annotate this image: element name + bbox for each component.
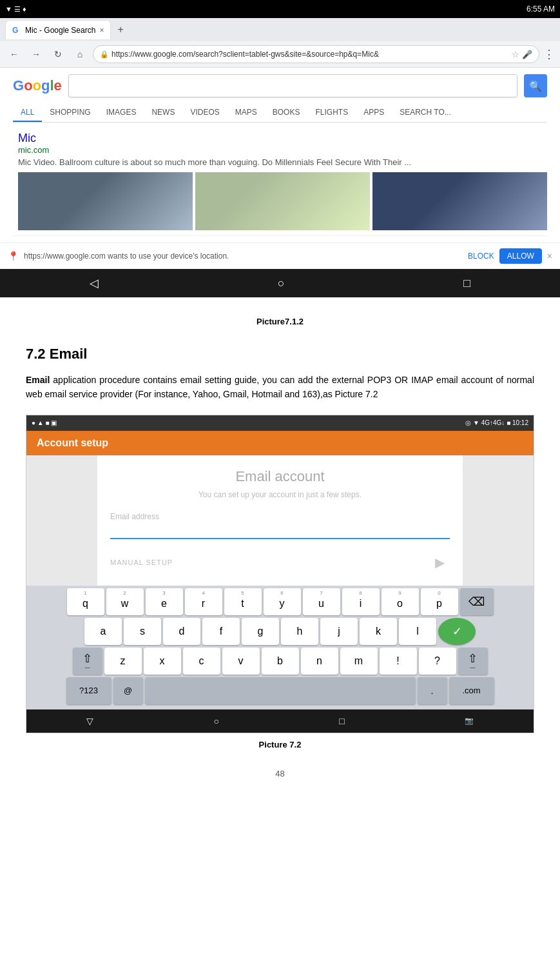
kb-key-f[interactable]: f (202, 618, 240, 645)
as-android-home-button[interactable]: ○ (213, 716, 218, 726)
kb-key-enter[interactable]: ✓ (438, 618, 476, 645)
tab-search-tools[interactable]: SEARCH TO... (392, 104, 459, 122)
as-android-camera-button[interactable]: 📷 (465, 717, 474, 725)
kb-key-j[interactable]: j (320, 618, 358, 645)
kb-key-o[interactable]: 9o (381, 588, 419, 615)
url-text: https://www.google.com/search?sclient=ta… (111, 50, 509, 59)
kb-key-a[interactable]: a (84, 618, 122, 645)
as-android-recent-button[interactable]: □ (339, 716, 344, 726)
image-thumb-1[interactable] (18, 172, 193, 230)
kb-key-period[interactable]: . (418, 677, 447, 704)
as-status-icons-left: ● ▲ ■ ▣ (32, 419, 57, 426)
tab-shopping[interactable]: SHOPPING (42, 104, 98, 122)
kb-key-l[interactable]: l (399, 618, 436, 645)
kb-key-z[interactable]: z (104, 648, 142, 675)
search-input[interactable]: Mic (75, 81, 510, 91)
kb-key-dotcom[interactable]: .com (449, 677, 494, 704)
kb-key-at[interactable]: @ (113, 677, 143, 704)
kb-key-backspace[interactable]: ⌫ (460, 588, 494, 615)
address-bar[interactable]: 🔒 https://www.google.com/search?sclient=… (93, 45, 539, 63)
tab-all[interactable]: ALL (13, 104, 42, 122)
kb-key-u[interactable]: 7u (303, 588, 340, 615)
kb-key-q[interactable]: 1q (67, 588, 104, 615)
back-button[interactable]: ← (5, 45, 23, 63)
logo-o2: o (33, 77, 41, 94)
as-next-button[interactable]: ▶ (429, 552, 450, 573)
browser-tab[interactable]: G Mic - Google Search × (5, 20, 111, 39)
location-permission-bar: 📍 https://www.google.com wants to use yo… (0, 243, 560, 269)
tab-apps[interactable]: APPS (356, 104, 392, 122)
kb-key-k[interactable]: k (360, 618, 397, 645)
block-location-button[interactable]: BLOCK (468, 252, 494, 261)
kb-key-b[interactable]: b (262, 648, 299, 675)
kb-key-n[interactable]: n (301, 648, 338, 675)
tab-books[interactable]: BOOKS (265, 104, 308, 122)
kb-key-v[interactable]: v (222, 648, 260, 675)
search-box[interactable]: Mic (68, 74, 517, 97)
browser-chrome: G Mic - Google Search × + ← → ↻ ⌂ 🔒 http… (0, 18, 560, 68)
logo-g2: g (41, 77, 50, 94)
home-button[interactable]: ⌂ (71, 45, 89, 63)
tab-videos[interactable]: VIDEOS (182, 104, 227, 122)
bookmark-star-icon[interactable]: ☆ (512, 50, 519, 59)
kb-key-exclaim[interactable]: ! (380, 648, 417, 675)
kb-key-space[interactable] (145, 677, 416, 704)
kb-key-t[interactable]: 5t (224, 588, 262, 615)
kb-key-x[interactable]: x (144, 648, 181, 675)
search-submit-button[interactable]: 🔍 (524, 74, 547, 97)
kb-key-c[interactable]: c (183, 648, 220, 675)
result-title-link[interactable]: Mic (18, 132, 36, 144)
section-title: Email (50, 346, 88, 362)
as-status-bar: ● ▲ ■ ▣ ◎ ▼ 4G↑4G↓ ■ 10:12 (26, 415, 534, 431)
kb-key-i[interactable]: 8i (342, 588, 380, 615)
as-android-back-button[interactable]: ▽ (86, 716, 93, 726)
allow-location-button[interactable]: ALLOW (499, 248, 542, 264)
kb-key-r[interactable]: 4r (185, 588, 222, 615)
kb-key-e[interactable]: 3e (146, 588, 183, 615)
kb-key-symbols[interactable]: ?123 (66, 677, 111, 704)
kb-key-shift-left[interactable]: ⇧— (73, 648, 102, 675)
android-back-button[interactable]: ◁ (77, 271, 111, 295)
more-options-button[interactable]: ⋮ (543, 47, 555, 61)
kb-key-p[interactable]: 0p (421, 588, 458, 615)
time-display: 6:55 AM (526, 5, 555, 14)
image-thumb-2[interactable] (195, 172, 370, 230)
image-sim-3 (372, 172, 547, 230)
google-header: Google Mic 🔍 (13, 74, 547, 97)
signal-icon: ▼ ☰ ♦ (5, 5, 26, 14)
kb-key-g[interactable]: g (242, 618, 279, 645)
kb-key-s[interactable]: s (124, 618, 161, 645)
new-tab-button[interactable]: + (117, 24, 123, 35)
tab-close-button[interactable]: × (99, 26, 104, 35)
forward-button[interactable]: → (27, 45, 45, 63)
image-results-row (18, 172, 547, 230)
kb-key-w[interactable]: 2w (106, 588, 144, 615)
kb-key-y[interactable]: 6y (264, 588, 301, 615)
tab-news[interactable]: NEWS (144, 104, 182, 122)
kb-key-shift-right[interactable]: ⇧— (458, 648, 488, 675)
as-notification-icons: ● ▲ ■ ▣ (32, 419, 57, 426)
image-thumb-3[interactable] (372, 172, 547, 230)
android-home-button[interactable]: ○ (265, 272, 298, 295)
nav-bar: ← → ↻ ⌂ 🔒 https://www.google.com/search?… (0, 41, 560, 67)
search-result-item: Mic mic.com Mic Video. Ballroom culture … (13, 129, 547, 236)
logo-g: G (13, 77, 24, 94)
tab-maps[interactable]: MAPS (227, 104, 265, 122)
reload-button[interactable]: ↻ (49, 45, 67, 63)
virtual-keyboard: 1q 2w 3e 4r 5t 6y 7u 8i 9o 0p ⌫ a s d f … (26, 586, 534, 709)
tab-images[interactable]: IMAGES (99, 104, 144, 122)
kb-key-h[interactable]: h (281, 618, 318, 645)
close-location-bar-button[interactable]: × (547, 251, 552, 261)
kb-key-m[interactable]: m (340, 648, 378, 675)
location-pin-icon: 📍 (8, 251, 19, 261)
kb-key-question[interactable]: ? (419, 648, 456, 675)
android-recent-button[interactable]: □ (450, 272, 483, 295)
section-72-body: Email application procedure contains ema… (26, 373, 534, 402)
result-snippet: Mic Video. Ballroom culture is about so … (18, 157, 547, 167)
as-email-address-input[interactable] (110, 522, 450, 539)
tab-title: Mic - Google Search (25, 26, 95, 35)
voice-search-icon[interactable]: 🎤 (522, 50, 532, 59)
tab-flights[interactable]: FLIGHTS (307, 104, 356, 122)
picture-caption-1: Picture7.1.2 (26, 317, 534, 326)
kb-key-d[interactable]: d (163, 618, 200, 645)
